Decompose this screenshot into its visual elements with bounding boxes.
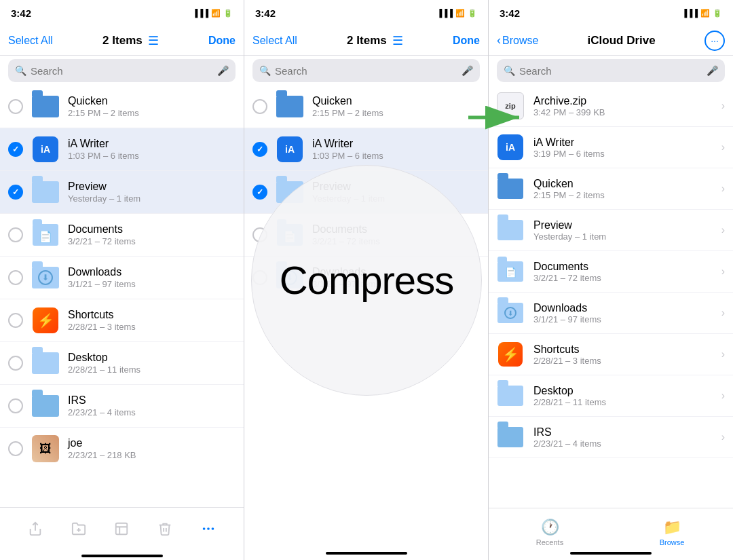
back-button[interactable]: ‹ Browse bbox=[497, 33, 538, 48]
folder-desk-wrap bbox=[31, 349, 60, 377]
radio-joe1[interactable] bbox=[8, 441, 23, 456]
battery-icon: 🔋 bbox=[223, 9, 233, 18]
list-item[interactable]: Desktop 2/28/21 – 11 items › bbox=[489, 375, 733, 417]
folder-irs-icon bbox=[32, 395, 59, 417]
zip-badge: zip bbox=[497, 92, 524, 119]
list-item[interactable]: ⚡ Shortcuts 2/28/21 – 3 items bbox=[0, 299, 244, 342]
list-item[interactable]: ⬇ Downloads 3/1/21 – 97 items bbox=[0, 257, 244, 299]
radio-sc1[interactable] bbox=[8, 313, 23, 328]
cloud-item-meta: 2/28/21 – 3 items bbox=[533, 356, 712, 366]
radio-dl1[interactable] bbox=[8, 270, 23, 285]
chevron-right-icon: › bbox=[721, 265, 725, 278]
radio-preview2[interactable] bbox=[252, 185, 267, 200]
mic-icon-left: 🎤 bbox=[217, 65, 229, 76]
chevron-right-icon: › bbox=[721, 183, 725, 195]
wifi-icon-mid: 📶 bbox=[455, 9, 465, 18]
delete-button[interactable] bbox=[150, 514, 180, 544]
search-input-right[interactable] bbox=[519, 65, 702, 77]
share-button[interactable] bbox=[20, 514, 50, 544]
done-mid[interactable]: Done bbox=[453, 35, 480, 47]
cloud-item-info: Archive.zip 3:42 PM – 399 KB bbox=[533, 95, 712, 117]
items-count-left: 2 Items bbox=[102, 34, 143, 48]
radio-desk1[interactable] bbox=[8, 356, 23, 371]
list-item[interactable]: IRS 2/23/21 – 4 items bbox=[0, 385, 244, 428]
file-name: Preview bbox=[68, 181, 236, 193]
file-meta: 2/28/21 – 3 items bbox=[68, 322, 236, 332]
list-item[interactable]: 📄 Documents 3/2/21 – 72 items › bbox=[489, 251, 733, 293]
list-item[interactable]: Quicken 2:15 PM – 2 items bbox=[0, 86, 244, 128]
list-icon-mid[interactable]: ☰ bbox=[392, 33, 403, 48]
file-info-joe1: joe 2/23/21 – 218 KB bbox=[68, 437, 236, 460]
chevron-right-icon: › bbox=[721, 307, 725, 319]
search-wrap-left[interactable]: 🔍 🎤 bbox=[8, 59, 236, 82]
list-item[interactable]: iA iA Writer 1:03 PM – 6 items bbox=[0, 128, 244, 171]
file-meta: 1:03 PM – 6 items bbox=[68, 151, 236, 161]
download-circle-icon: ⬇ bbox=[38, 270, 53, 285]
list-item[interactable]: zip Archive.zip 3:42 PM – 399 KB › bbox=[489, 86, 733, 127]
select-all-mid[interactable]: Select All bbox=[252, 35, 297, 47]
list-item[interactable]: Preview Yesterday – 1 item bbox=[0, 171, 244, 214]
file-info-quicken1: Quicken 2:15 PM – 2 items bbox=[68, 95, 236, 118]
list-item[interactable]: Quicken 2:15 PM – 2 items bbox=[244, 86, 488, 128]
folder-icon bbox=[497, 220, 523, 240]
folder-dl-wrap: ⬇ bbox=[31, 263, 60, 292]
folder-icon bbox=[32, 352, 59, 374]
chevron-right-icon: › bbox=[721, 390, 725, 402]
status-bar-right: 3:42 ▐▐▐ 📶 🔋 bbox=[489, 0, 733, 26]
more-button[interactable] bbox=[193, 514, 223, 544]
radio-ia2[interactable] bbox=[252, 142, 267, 157]
list-item[interactable]: ⚡ Shortcuts 2/28/21 – 3 items › bbox=[489, 334, 733, 375]
file-meta: 2/23/21 – 218 KB bbox=[68, 450, 236, 460]
wifi-icon-right: 📶 bbox=[700, 9, 710, 18]
file-meta: Yesterday – 1 item bbox=[68, 193, 236, 204]
cloud-item-info: iA Writer 3:19 PM – 6 items bbox=[533, 136, 712, 159]
cloud-item-name: Quicken bbox=[533, 178, 712, 190]
file-name: Quicken bbox=[312, 95, 480, 107]
radio-quicken2[interactable] bbox=[252, 99, 267, 114]
list-item[interactable]: ⬇ Downloads 3/1/21 – 97 items › bbox=[489, 293, 733, 334]
ia-writer-icon: iA bbox=[33, 136, 58, 162]
file-name: IRS bbox=[68, 394, 236, 407]
done-left[interactable]: Done bbox=[208, 35, 236, 47]
list-item[interactable]: IRS 2/23/21 – 4 items › bbox=[489, 417, 733, 458]
search-input-left[interactable] bbox=[31, 65, 213, 77]
ia-icon-wrap: iA bbox=[276, 135, 304, 164]
list-item[interactable]: Desktop 2/28/21 – 11 items bbox=[0, 342, 244, 385]
folder-irs-icon-right bbox=[497, 427, 523, 447]
list-item[interactable]: 🖼 joe 2/23/21 – 218 KB bbox=[0, 428, 244, 470]
radio-irs1[interactable] bbox=[8, 398, 23, 413]
file-name: iA Writer bbox=[68, 138, 236, 150]
cloud-item-meta: Yesterday – 1 item bbox=[533, 231, 712, 242]
chevron-left-icon: ‹ bbox=[497, 33, 501, 48]
list-item[interactable]: iA iA Writer 3:19 PM – 6 items › bbox=[489, 127, 733, 168]
radio-preview1[interactable] bbox=[8, 185, 23, 200]
file-info-dl1: Downloads 3/1/21 – 97 items bbox=[68, 266, 236, 289]
file-info: Quicken 2:15 PM – 2 items bbox=[312, 95, 480, 118]
select-all-left[interactable]: Select All bbox=[8, 35, 53, 47]
search-input-mid[interactable] bbox=[275, 65, 457, 77]
list-item[interactable]: Preview Yesterday – 1 item › bbox=[489, 210, 733, 251]
radio-docs1[interactable] bbox=[8, 227, 23, 242]
back-label[interactable]: Browse bbox=[502, 35, 538, 47]
download-circle-icon-right: ⬇ bbox=[504, 307, 516, 319]
search-wrap-mid[interactable]: 🔍 🎤 bbox=[252, 59, 480, 82]
search-wrap-right[interactable]: 🔍 🎤 bbox=[497, 59, 725, 82]
chevron-right-icon: › bbox=[721, 141, 725, 153]
radio-quicken1[interactable] bbox=[8, 99, 23, 114]
list-item[interactable]: 📄 Documents 3/2/21 – 72 items bbox=[0, 214, 244, 257]
move-button[interactable] bbox=[107, 514, 136, 544]
list-icon-left[interactable]: ☰ bbox=[148, 33, 159, 48]
file-name: iA Writer bbox=[312, 138, 480, 150]
tab-recents[interactable]: 🕐 Recents bbox=[489, 515, 611, 546]
cloud-item-name: iA Writer bbox=[533, 136, 712, 149]
more-button-right[interactable]: ··· bbox=[704, 31, 725, 51]
list-item[interactable]: Quicken 2:15 PM – 2 items › bbox=[489, 168, 733, 210]
ia-icon-wrap: iA bbox=[31, 135, 60, 164]
cloud-item-name: Documents bbox=[533, 261, 712, 273]
add-folder-button[interactable] bbox=[64, 514, 94, 544]
radio-ia1[interactable] bbox=[8, 142, 23, 157]
joe-wrap: 🖼 bbox=[31, 434, 60, 463]
cloud-item-name: Preview bbox=[533, 219, 712, 231]
tab-browse[interactable]: 📁 Browse bbox=[611, 515, 733, 546]
file-meta: 3/2/21 – 72 items bbox=[68, 236, 236, 246]
